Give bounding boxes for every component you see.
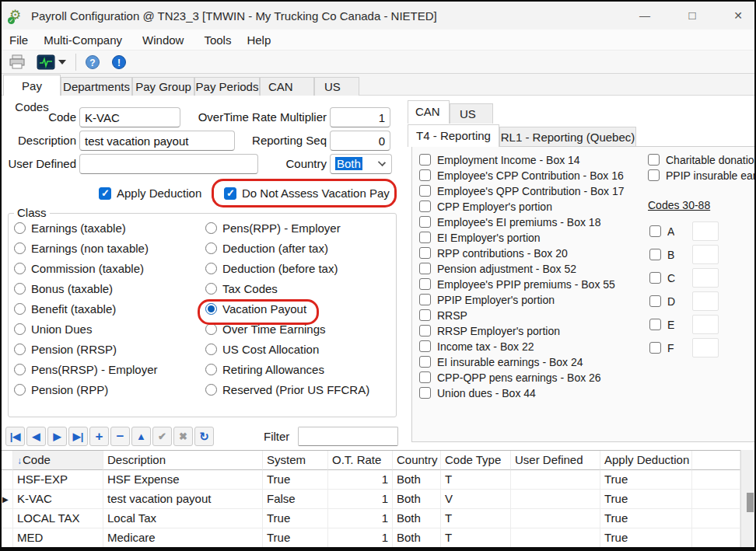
panel-tab-t4-reporting[interactable]: T4 - Reporting xyxy=(408,124,499,147)
grid-cell[interactable]: T xyxy=(441,509,511,528)
overtime-rate-input[interactable] xyxy=(330,107,390,127)
radio-reserved-prior-us-ffcra[interactable] xyxy=(205,384,217,396)
grid-cell[interactable]: test vacation payout xyxy=(103,490,263,509)
radio-commission-taxable[interactable] xyxy=(14,263,26,274)
grid-cell[interactable]: Both xyxy=(393,528,441,548)
grid-cell[interactable]: True xyxy=(263,509,328,528)
grid-cell[interactable]: 1 xyxy=(328,470,393,490)
grid-header-user-defined[interactable]: User Defined xyxy=(511,451,600,470)
tab-pay-periods[interactable]: Pay Periods xyxy=(194,77,260,96)
menu-file[interactable]: File xyxy=(2,33,36,47)
grid-cell[interactable]: True xyxy=(263,470,328,490)
checkbox-employment-income-box14[interactable] xyxy=(419,154,431,166)
checkbox-charitable-donations[interactable] xyxy=(648,154,660,166)
radio-union-dues[interactable] xyxy=(14,323,26,335)
about-button[interactable]: ! xyxy=(109,52,129,72)
grid-cell[interactable]: Local Tax xyxy=(103,509,263,528)
grid-cell[interactable]: Both xyxy=(393,509,441,528)
checkbox-code-c[interactable] xyxy=(649,272,661,284)
grid-cell[interactable]: Both xyxy=(393,490,441,509)
grid-header-country[interactable]: Country xyxy=(393,451,441,470)
cancel-record-button[interactable]: ✖ xyxy=(173,427,193,446)
radio-tax-codes[interactable] xyxy=(205,283,217,295)
checkbox-code-a[interactable] xyxy=(649,225,661,237)
tab-us[interactable]: US xyxy=(314,77,359,96)
grid-cell[interactable]: True xyxy=(600,528,692,548)
menu-multi-company[interactable]: Multi-Company xyxy=(36,33,130,47)
help-button[interactable]: ? xyxy=(82,52,103,72)
edit-record-button[interactable]: ▲ xyxy=(131,427,151,446)
radio-benefit-taxable[interactable] xyxy=(14,303,26,315)
checkbox-code-d[interactable] xyxy=(649,295,661,307)
maximize-button[interactable]: □ xyxy=(674,2,710,30)
checkbox-cpp-qpp-pens-earnings-box26[interactable] xyxy=(419,371,431,383)
screen-monitor-button[interactable] xyxy=(33,52,69,72)
radio-vacation-payout[interactable] xyxy=(205,303,217,315)
checkbox-rpp-contributions-box20[interactable] xyxy=(419,247,431,259)
grid-cell[interactable]: True xyxy=(600,509,692,528)
checkbox-ei-insurable-earnings-box24[interactable] xyxy=(419,356,431,368)
radio-pension-rpp[interactable] xyxy=(14,384,26,396)
grid-cell[interactable] xyxy=(511,470,600,490)
tab-can[interactable]: CAN xyxy=(260,77,314,96)
delete-record-button[interactable]: − xyxy=(110,427,130,446)
radio-pension-rrsp[interactable] xyxy=(14,344,26,355)
apply-deduction-checkbox[interactable] xyxy=(99,187,111,200)
menu-tools[interactable]: Tools xyxy=(196,33,239,47)
scrollbar-thumb[interactable] xyxy=(747,493,754,512)
checkbox-ppip-employers-portion[interactable] xyxy=(419,294,431,305)
refresh-button[interactable]: ↻ xyxy=(194,427,214,446)
checkbox-income-tax-box22[interactable] xyxy=(419,340,431,352)
checkbox-rrsp[interactable] xyxy=(419,309,431,321)
radio-over-time-earnings[interactable] xyxy=(205,323,217,335)
code-f-input[interactable] xyxy=(692,338,719,357)
checkbox-ei-employers-portion[interactable] xyxy=(419,232,431,243)
grid-cell[interactable]: Both xyxy=(393,470,441,490)
checkbox-union-dues-box44[interactable] xyxy=(419,387,431,399)
grid-cell[interactable]: HSF Expense xyxy=(103,470,263,490)
nav-first-button[interactable]: |◀ xyxy=(5,427,25,446)
country-select[interactable]: Both xyxy=(330,154,392,174)
grid-cell[interactable]: True xyxy=(600,490,692,509)
grid-cell[interactable]: K-VAC xyxy=(13,490,103,509)
panel-tab-rl1-reporting[interactable]: RL1 - Reporting (Quebec) xyxy=(499,127,636,147)
grid-cell[interactable]: 1 xyxy=(328,490,393,509)
panel-tab-us[interactable]: US xyxy=(450,103,493,124)
grid-header-description[interactable]: Description xyxy=(103,451,263,470)
radio-deduction-before-tax[interactable] xyxy=(205,263,217,274)
checkbox-ppip-insurable-earnings[interactable] xyxy=(648,169,660,181)
code-b-input[interactable] xyxy=(692,245,719,264)
grid-cell[interactable]: Medicare xyxy=(103,528,263,548)
grid-cell[interactable]: False xyxy=(263,490,328,509)
radio-bonus-taxable[interactable] xyxy=(14,283,26,295)
radio-pens-rpp-employer[interactable] xyxy=(205,222,217,234)
radio-earnings-non-taxable[interactable] xyxy=(14,242,26,254)
grid-cell[interactable] xyxy=(511,490,600,509)
grid-header-ot-rate[interactable]: O.T. Rate xyxy=(328,451,393,470)
code-input[interactable] xyxy=(79,107,180,127)
grid-cell[interactable]: V xyxy=(441,490,511,509)
close-button[interactable]: ✕ xyxy=(720,2,756,30)
grid-cell[interactable] xyxy=(511,528,600,548)
radio-retiring-allowances[interactable] xyxy=(205,364,217,375)
grid-cell[interactable]: MED xyxy=(13,528,103,548)
radio-us-cost-allocation[interactable] xyxy=(205,344,217,355)
grid-cell[interactable]: 1 xyxy=(328,509,393,528)
checkbox-ppip-premiums-box55[interactable] xyxy=(419,278,431,290)
print-button[interactable] xyxy=(5,52,29,72)
tab-pay-group[interactable]: Pay Group xyxy=(132,77,194,96)
insert-record-button[interactable]: + xyxy=(89,427,109,446)
code-d-input[interactable] xyxy=(692,291,719,311)
tab-departments[interactable]: Departments xyxy=(61,77,132,96)
nav-last-button[interactable]: ▶| xyxy=(68,427,88,446)
grid-cell[interactable]: True xyxy=(263,528,328,548)
reporting-seq-input[interactable] xyxy=(330,131,390,151)
checkbox-code-b[interactable] xyxy=(649,249,661,260)
checkbox-cpp-contribution-box16[interactable] xyxy=(419,169,431,181)
do-not-assess-vacation-pay-checkbox[interactable] xyxy=(224,187,236,200)
grid-vertical-scrollbar[interactable] xyxy=(740,450,756,547)
checkbox-rrsp-employers-portion[interactable] xyxy=(419,325,431,337)
filter-input[interactable] xyxy=(298,427,398,446)
grid-header-system[interactable]: System xyxy=(263,451,328,470)
menu-window[interactable]: Window xyxy=(135,33,191,47)
